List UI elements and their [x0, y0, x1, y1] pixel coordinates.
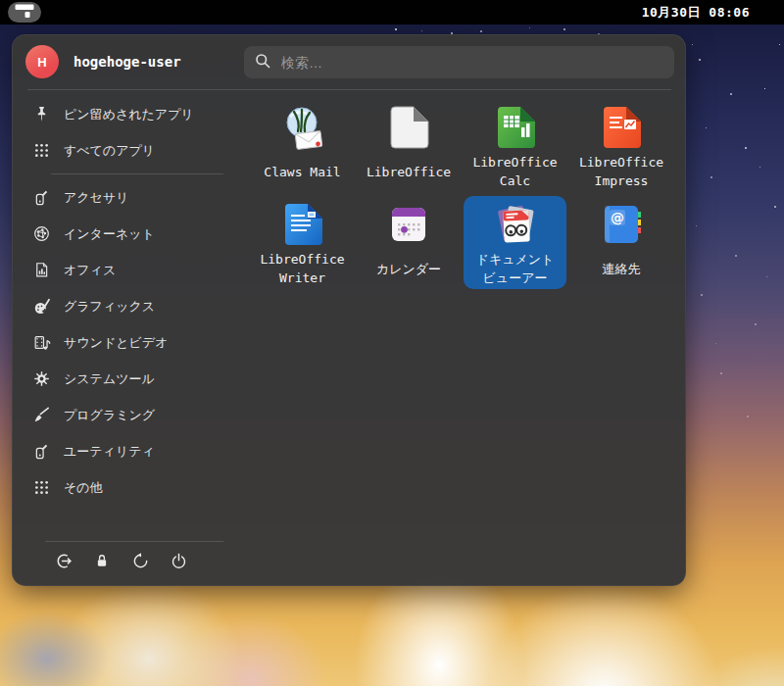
header-divider [27, 89, 671, 90]
top-bar: 10月30日 08:06 [0, 0, 784, 24]
sidebar-category-accessories[interactable]: アクセサリ [27, 179, 223, 216]
utility-knife-icon [31, 188, 51, 208]
sidebar-item-all-apps[interactable]: すべてのアプリ [27, 132, 223, 169]
sidebar: ピン留めされたアプリ すべてのアプリ アクセサリ インターネット [27, 96, 223, 577]
session-buttons [27, 548, 223, 577]
network-globe-icon [31, 224, 51, 244]
sidebar-item-label: すべてのアプリ [64, 142, 155, 160]
app-tile-claws-mail[interactable]: Claws Mail [251, 99, 354, 192]
sidebar-item-label: アクセサリ [64, 189, 129, 207]
libreoffice-impress-icon [598, 104, 645, 151]
app-tile-libreoffice-impress[interactable]: LibreOfficeImpress [570, 99, 673, 192]
pin-icon [31, 105, 51, 124]
sidebar-bottom-divider [45, 541, 223, 542]
libreoffice-icon [385, 104, 432, 151]
sidebar-category-internet[interactable]: インターネット [27, 216, 223, 252]
office-document-icon [31, 261, 51, 280]
claws-mail-icon [279, 104, 326, 151]
calendar-icon [385, 201, 432, 248]
power-icon [170, 552, 188, 574]
media-icon [31, 333, 51, 353]
app-tile-contacts[interactable]: @ 連絡先 [570, 196, 673, 289]
libreoffice-writer-icon [279, 201, 326, 248]
sidebar-item-label: オフィス [64, 262, 116, 279]
contacts-icon: @ [598, 201, 645, 248]
app-label: ドキュメントビューアー [476, 248, 555, 289]
username: hogehoge-user [74, 45, 181, 78]
app-label: LibreOfficeImpress [579, 151, 663, 192]
power-button[interactable] [164, 548, 193, 577]
restart-icon [131, 552, 150, 574]
app-tile-libreoffice[interactable]: LibreOffice [358, 99, 461, 192]
app-label: カレンダー [376, 248, 441, 289]
sidebar-item-label: ユーティリティ [64, 443, 155, 461]
app-tile-calendar[interactable]: カレンダー [358, 196, 461, 289]
sidebar-item-label: システムツール [64, 370, 155, 388]
app-menu-panel: H hogehoge-user ピン留めされたアプリ すべてのアプリ [12, 34, 686, 586]
applications-menu-button[interactable] [8, 2, 41, 23]
sidebar-category-graphics[interactable]: グラフィックス [27, 288, 223, 324]
search-input[interactable] [279, 54, 664, 72]
app-label: 連絡先 [603, 248, 641, 289]
sidebar-category-system-tools[interactable]: システムツール [27, 361, 223, 397]
arcmenu-grid-icon [14, 3, 35, 23]
lock-button[interactable] [87, 548, 117, 577]
sidebar-divider [51, 173, 223, 174]
lock-icon [93, 552, 111, 573]
app-tile-libreoffice-writer[interactable]: LibreOfficeWriter [251, 196, 354, 289]
sidebar-item-label: グラフィックス [64, 298, 155, 316]
libreoffice-calc-icon [492, 104, 539, 151]
app-label: LibreOfficeCalc [472, 151, 557, 192]
app-tile-document-viewer[interactable]: ドキュメントビューアー [464, 196, 566, 289]
app-label: LibreOfficeWriter [260, 248, 344, 289]
apps-grid-icon [31, 478, 51, 498]
document-viewer-icon [492, 201, 539, 248]
search-box[interactable] [244, 46, 674, 78]
sidebar-category-utilities[interactable]: ユーティリティ [27, 433, 223, 469]
sidebar-item-label: インターネット [64, 225, 155, 243]
app-tile-libreoffice-calc[interactable]: LibreOfficeCalc [464, 99, 566, 192]
sidebar-item-pinned-apps[interactable]: ピン留めされたアプリ [27, 96, 223, 132]
app-grid: Claws Mail LibreOffice LibreOfficeCalc L… [251, 99, 673, 289]
avatar[interactable]: H [25, 45, 59, 78]
apps-grid-icon [31, 141, 51, 161]
sidebar-item-label: プログラミング [64, 407, 155, 424]
utility-knife-icon [31, 442, 51, 462]
app-label: LibreOffice [367, 151, 451, 192]
sidebar-category-other[interactable]: その他 [27, 469, 223, 506]
svg-text:@: @ [611, 210, 624, 225]
restart-button[interactable] [125, 548, 155, 577]
palette-icon [31, 297, 51, 317]
logout-button[interactable] [49, 548, 78, 577]
sidebar-category-programming[interactable]: プログラミング [27, 397, 223, 433]
sidebar-category-sound-video[interactable]: サウンドとビデオ [27, 324, 223, 361]
clock[interactable]: 10月30日 08:06 [642, 0, 750, 24]
gear-icon [31, 369, 51, 389]
sidebar-item-label: その他 [64, 479, 103, 497]
logout-icon [55, 552, 74, 574]
sidebar-category-office[interactable]: オフィス [27, 252, 223, 288]
sidebar-item-label: ピン留めされたアプリ [64, 106, 194, 123]
desktop: 10月30日 08:06 H hogehoge-user ピン留めされたアプリ [0, 0, 784, 686]
app-label: Claws Mail [264, 151, 340, 192]
search-icon [254, 52, 271, 74]
pen-icon [31, 406, 51, 425]
sidebar-item-label: サウンドとビデオ [64, 334, 168, 352]
